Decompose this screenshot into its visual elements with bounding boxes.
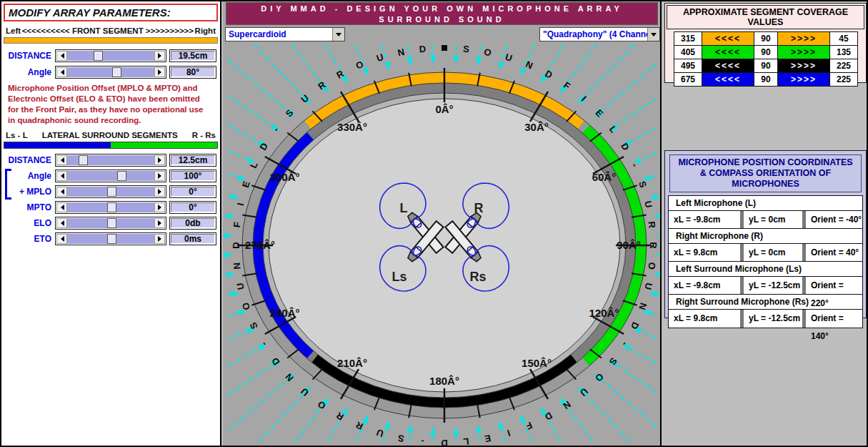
arrow-head-icon	[649, 291, 658, 297]
ring-letter: U	[504, 51, 514, 64]
slider-thumb[interactable]	[107, 202, 116, 212]
coordinates-panel: MICROPHONE POSITION COORDINATES & COMPAS…	[664, 150, 867, 318]
value-text: 0ms	[171, 234, 215, 244]
lateral-left-label: Ls - L	[6, 131, 28, 139]
coverage-table: 315<<<<90>>>>45405<<<<90>>>>135495<<<<90…	[674, 31, 858, 87]
arrow-head-icon	[476, 425, 482, 433]
arrow-shaft	[229, 96, 274, 127]
degree-label: 210Â°	[337, 357, 367, 369]
arrow-head-icon	[231, 291, 239, 297]
arrow-shaft	[614, 98, 657, 127]
coverage-right-arrows: >>>>	[778, 46, 829, 59]
mic-label: R	[474, 201, 484, 215]
mic-label: Ls	[391, 270, 406, 284]
slider-distance[interactable]	[55, 154, 166, 167]
coverage-left-arrows: <<<<	[702, 73, 754, 86]
slider-right-arrow-button[interactable]	[154, 202, 165, 212]
degree-label: 270Â°	[245, 239, 275, 251]
value-box: 12.5cm	[169, 154, 216, 167]
ring-letter: S	[462, 44, 470, 55]
right-arrow-icon	[158, 157, 164, 163]
arrow-head-icon	[476, 57, 482, 66]
value-text: 0°	[171, 202, 215, 212]
slider-thumb[interactable]	[107, 187, 116, 197]
front-segment-header: Left <<<<<<<<<< FRONT SEGMENT >>>>>>>>>>…	[4, 26, 218, 35]
slider-track[interactable]	[67, 67, 154, 77]
slider-thumb[interactable]	[107, 234, 116, 244]
slider-track[interactable]	[67, 155, 154, 165]
slider-eto[interactable]	[55, 232, 166, 245]
slider-right-arrow-button[interactable]	[154, 187, 165, 197]
lateral-right-label: R - Rs	[192, 131, 216, 139]
slider-distance[interactable]	[55, 49, 166, 62]
mic-cell: yL = -12.5cm	[744, 310, 802, 328]
slider-right-arrow-button[interactable]	[154, 155, 165, 165]
left-surround-color	[4, 142, 111, 148]
slider-angle[interactable]	[55, 66, 166, 79]
coverage-title: APPROXIMATE SEGMENT COVERAGE VALUES	[667, 5, 864, 29]
ring-letter: D	[629, 320, 642, 331]
front-center-label: <<<<<<<<<< FRONT SEGMENT >>>>>>>>>>	[22, 26, 194, 35]
lateral-segment-header: Ls - L LATERAL SURROUND SEGMENTS R - Rs	[4, 131, 218, 139]
left-arrow-icon	[58, 236, 64, 242]
slider-track[interactable]	[67, 171, 154, 181]
slider-mpto[interactable]	[55, 201, 166, 214]
slider-thumb[interactable]	[112, 67, 121, 77]
arrow-shaft	[599, 378, 657, 427]
slider-left-arrow-button[interactable]	[56, 51, 67, 61]
app-title-line2: SURROUND SOUND	[226, 14, 657, 25]
slider-track[interactable]	[67, 202, 154, 212]
parameter-row: ETO0ms	[4, 231, 218, 246]
slider-track[interactable]	[67, 218, 154, 228]
slider-elo[interactable]	[55, 217, 166, 230]
modify-parameters-panel: MODIFY ARRAY PARAMETERS: Left <<<<<<<<<<…	[1, 1, 221, 446]
slider-track[interactable]	[67, 51, 154, 61]
panel-title: MODIFY ARRAY PARAMETERS:	[4, 4, 218, 21]
lateral-segment-color-bar	[4, 142, 218, 149]
slider-label: Angle	[4, 67, 55, 77]
slider-label: MPTO	[4, 202, 55, 212]
slider-right-arrow-button[interactable]	[154, 218, 165, 228]
north-marker-square	[442, 45, 447, 51]
slider-left-arrow-button[interactable]	[56, 67, 67, 77]
coverage-span-value: 90	[754, 59, 778, 72]
arrow-shaft	[229, 125, 261, 143]
slider-thumb[interactable]	[107, 218, 116, 228]
note-line: for the Front Pair, as they have no oper…	[8, 104, 218, 115]
front-slider-group: DISTANCE19.5cmAngle80°	[4, 49, 218, 79]
slider-left-arrow-button[interactable]	[56, 171, 67, 181]
value-box: 0db	[169, 217, 216, 230]
soundfield-canvas: DIY MMAD - DESIGN YOUR OWN MICROPHONE AR…	[223, 1, 662, 446]
coverage-span-value: 90	[754, 32, 778, 45]
slider-thumb[interactable]	[117, 171, 126, 181]
slider-track[interactable]	[67, 187, 154, 197]
compass-diagram: SOUNDFIELD-SURROUND-SOUNDFIELD-SURROUND-…	[223, 25, 662, 446]
coverage-end-value: 135	[829, 46, 858, 59]
arrow-shaft	[229, 363, 274, 395]
arrow-shaft	[229, 175, 240, 178]
ring-letter: S	[396, 433, 405, 445]
slider-mplo[interactable]	[55, 185, 166, 198]
slider-right-arrow-button[interactable]	[154, 67, 165, 77]
slider-right-arrow-button[interactable]	[154, 51, 165, 61]
app-window: MODIFY ARRAY PARAMETERS: Left <<<<<<<<<<…	[0, 0, 868, 447]
slider-thumb[interactable]	[94, 51, 103, 61]
coverage-row: 315<<<<90>>>>45	[674, 32, 858, 46]
degree-label: 150Â°	[522, 357, 552, 369]
slider-left-arrow-button[interactable]	[56, 187, 67, 197]
slider-track[interactable]	[67, 234, 154, 244]
slider-left-arrow-button[interactable]	[56, 234, 67, 244]
arrow-shaft	[229, 60, 290, 112]
slider-left-arrow-button[interactable]	[56, 155, 67, 165]
mic-data-row: xL = -9.8cmyL = 0cmOrient = -40°	[669, 211, 862, 229]
slider-left-arrow-button[interactable]	[56, 202, 67, 212]
slider-thumb[interactable]	[79, 155, 88, 165]
slider-angle[interactable]	[55, 170, 166, 182]
left-arrow-icon	[58, 189, 64, 195]
ring-letter: D	[619, 141, 632, 152]
slider-right-arrow-button[interactable]	[154, 234, 165, 244]
slider-left-arrow-button[interactable]	[56, 218, 67, 228]
slider-right-arrow-button[interactable]	[154, 171, 165, 181]
ring-letter: F	[524, 420, 534, 432]
mic-cell: Orient = 140°	[806, 310, 862, 328]
